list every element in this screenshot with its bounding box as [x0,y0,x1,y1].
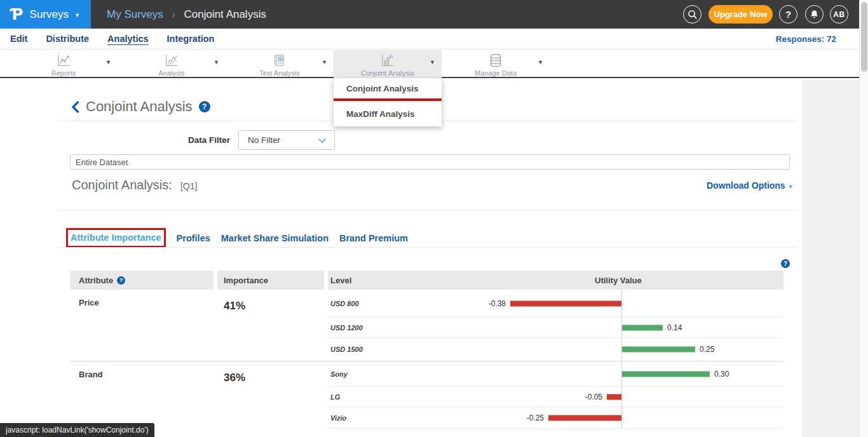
utility-value: 0.25 [700,345,714,354]
top-bar: Ƥ Surveys ▼ My Surveys › Conjoint Analys… [0,0,859,29]
table-body: Price41%USD 800-0.38USD 12000.14USD 1500… [70,290,783,429]
attribute-group-price: Price41%USD 800-0.38USD 12000.14USD 1500… [70,290,783,361]
level-name: USD 1500 [330,346,363,353]
divider [57,210,798,211]
page-background [802,79,859,437]
toolbar-item-label: Manage Data [475,69,517,77]
analysis-icon [163,52,180,69]
utility-bar [510,300,621,306]
tab-market-share-simulation[interactable]: Market Share Simulation [221,233,329,243]
account-avatar[interactable]: AB [830,5,848,24]
page-scrollbar[interactable] [859,0,868,437]
header-importance: Importance [217,271,324,290]
responses-count[interactable]: Responses: 72 [776,29,836,50]
upgrade-now-button[interactable]: Upgrade Now [709,5,773,24]
header-level-label: Level [330,276,351,285]
toolbar-item-analysis[interactable]: Analysis▼ [118,50,226,78]
tab-brand-premium[interactable]: Brand Premium [339,233,408,243]
level-row-usd-800: USD 800-0.38 [328,290,783,318]
product-menu[interactable]: Ƥ Surveys ▼ [0,0,91,29]
chevron-down-icon[interactable]: ▼ [538,59,543,65]
toolbar-item-label: Analysis [159,69,185,77]
utility-value: 0.14 [667,323,682,332]
level-name: USD 1200 [330,324,363,332]
utility-bar [622,347,695,353]
chevron-down-icon[interactable]: ▼ [322,59,327,65]
chevron-down-icon[interactable]: ▼ [430,59,435,65]
conjoint-analysis-icon [379,52,396,69]
toolbar-item-reports[interactable]: Reports▼ [10,50,118,78]
dataset-field[interactable] [70,154,790,170]
notifications-button[interactable] [805,5,824,24]
search-button[interactable] [683,5,702,24]
level-name: Vizio [330,414,346,422]
product-label: Surveys [30,8,69,21]
chevron-down-icon [318,135,327,146]
help-button[interactable]: ? [779,5,797,24]
page-help-icon[interactable]: ? [199,101,210,112]
main-content: Conjoint Analysis ? Data Filter No Filte… [0,79,802,437]
header-level: Level Utility Value [328,271,783,290]
toolbar-item-text-analysis[interactable]: Text Analysis▼ [226,50,334,78]
attribute-group-brand: Brand36%Sony0.30LG-0.05Vizio-0.25 [70,361,783,429]
status-bar: javascript: loadNavLink('showConjoint.do… [0,423,154,437]
question-reference: [Q1] [180,181,197,191]
tab-profiles[interactable]: Profiles [177,233,210,243]
utility-value: -0.25 [527,413,544,422]
level-rows: USD 800-0.38USD 12000.14USD 15000.25 [328,290,783,361]
result-tabs: Attribute ImportanceProfilesMarket Share… [66,228,408,248]
table-help-icon[interactable]: ? [781,259,790,268]
utility-bar [622,371,710,377]
utility-bar [622,325,663,330]
breadcrumb-my-surveys[interactable]: My Surveys [107,8,163,21]
utility-value: -0.05 [585,393,602,401]
download-options-label: Download Options [707,180,785,191]
breadcrumb-separator-icon: › [172,10,175,20]
utility-value: -0.38 [489,299,506,308]
annotation-box: Attribute Importance [66,228,166,248]
tab-attribute-importance[interactable]: Attribute Importance [71,232,161,243]
attribute-help-icon[interactable]: ? [117,276,125,285]
section-title-text: Conjoint Analysis: [72,178,172,192]
toolbar-item-manage-data[interactable]: Manage Data▼ [442,50,550,78]
page-title: Conjoint Analysis [86,98,193,115]
text-analysis-icon [272,52,287,69]
attribute-name: Price [79,298,99,307]
toolbar-item-label: Reports [51,69,76,77]
analytics-toolbar: Reports▼Analysis▼Text Analysis▼Conjoint … [0,50,859,78]
level-name: USD 800 [330,300,359,307]
menu-item-conjoint-analysis[interactable]: Conjoint Analysis [334,78,442,98]
nav-tab-integration[interactable]: Integration [167,34,215,44]
bell-icon [809,9,820,20]
back-button[interactable] [71,101,79,113]
header-attribute-label: Attribute [79,276,113,285]
manage-data-icon [487,52,504,69]
header-importance-label: Importance [224,276,268,285]
toolbar-item-label: Conjoint Analysis [361,69,414,77]
nav-tab-edit[interactable]: Edit [10,34,27,44]
avatar-initials: AB [833,10,844,19]
chevron-down-icon[interactable]: ▼ [214,59,219,65]
data-filter-select[interactable]: No Filter [238,130,335,150]
scrollbar-thumb[interactable] [861,2,867,72]
chevron-down-icon[interactable]: ▼ [105,59,111,65]
header-utility-label: Utility Value [595,271,642,290]
toolbar-item-conjoint-analysis[interactable]: Conjoint Analysis▼ [334,50,442,78]
menu-item-maxdiff-analysis[interactable]: MaxDiff Analysis [334,101,442,126]
level-name: Sony [330,370,348,378]
divider [57,247,798,248]
level-row-sony: Sony0.30 [328,361,783,387]
nav-tab-distribute[interactable]: Distribute [46,34,89,44]
header-attribute: Attribute ? [70,271,214,290]
survey-nav: EditDistributeAnalyticsIntegration Respo… [0,29,859,50]
level-row-usd-1200: USD 12000.14 [328,318,783,338]
search-icon [688,10,698,20]
utility-bar [607,394,621,400]
table-header: Attribute ? Importance Level Utility Val… [70,271,783,290]
data-filter-label: Data Filter [153,135,230,145]
download-options-button[interactable]: Download Options▼ [707,180,794,191]
importance-value: 36% [224,372,245,384]
level-row-usd-1500: USD 15000.25 [328,338,783,361]
nav-tab-analytics[interactable]: Analytics [107,34,148,44]
level-name: LG [330,393,340,401]
